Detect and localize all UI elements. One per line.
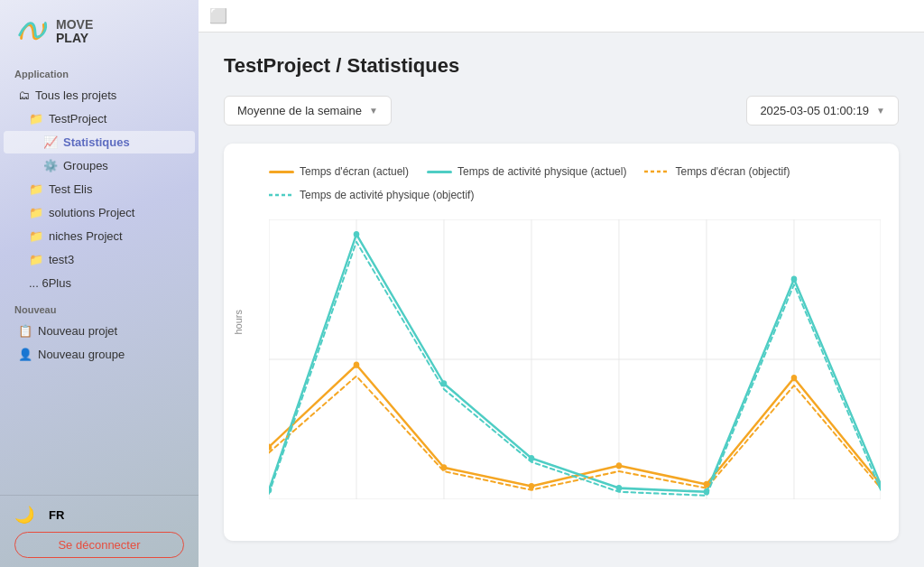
sidebar-item-test3[interactable]: 📁 test3 (4, 248, 195, 271)
legend-item-teal-obj: Temps de activité physique (objectif) (269, 189, 474, 201)
section-nouveau-label: Nouveau (0, 295, 199, 319)
chart-card: Temps d'écran (actuel) Temps de activité… (224, 144, 899, 541)
sidebar-item-testproject[interactable]: 📁 TestProject (4, 107, 195, 130)
group-icon: ⚙️ (43, 159, 58, 172)
line-teal-actual (269, 235, 881, 492)
logo-icon (14, 14, 49, 49)
date-dropdown[interactable]: 2025-03-05 01:00:19 ▼ (746, 96, 899, 125)
panel-toggle-icon[interactable]: ⬜ (209, 7, 227, 24)
folder-icon-5: 📁 (29, 229, 43, 243)
dot-teal-1 (354, 231, 360, 237)
dot-teal-0 (269, 487, 272, 493)
sidebar-item-nouveau-groupe[interactable]: 👤 Nouveau groupe (4, 343, 195, 366)
chart-container: hours (242, 219, 881, 526)
legend-line-orange (269, 171, 294, 173)
sidebar-item-niches-project[interactable]: 📁 niches Project (4, 225, 195, 247)
dot-orange-2 (441, 464, 448, 470)
dot-teal-5 (704, 488, 710, 495)
logo-area: MOVE PLAY (0, 0, 199, 60)
legend-item-orange-actual: Temps d'écran (actuel) (269, 165, 409, 178)
section-app-label: Application (0, 60, 199, 83)
folder-icon-6: 📁 (29, 253, 43, 266)
sidebar-item-nouveau-projet[interactable]: 📋 Nouveau projet (4, 320, 195, 342)
dot-teal-2 (441, 380, 448, 386)
main-area: ⬜ TestProject / Statistiques Moyenne de … (199, 0, 924, 567)
add-group-icon: 👤 (18, 348, 32, 361)
period-dropdown[interactable]: Moyenne de la semaine ▼ (224, 96, 392, 125)
legend-line-teal (427, 171, 452, 173)
folder-icon-4: 📁 (29, 206, 43, 219)
folder-icon-2: 📁 (29, 112, 43, 125)
page-title: TestProject / Statistiques (224, 54, 899, 78)
sidebar-footer: 🌙 FR Se déconnecter (0, 495, 199, 567)
dot-orange-5 (704, 481, 710, 488)
sidebar-nav: Application 🗂 Tous les projets 📁 TestPro… (0, 60, 199, 495)
sidebar-item-more[interactable]: ... 6Plus (4, 272, 195, 294)
chevron-down-icon-2: ▼ (876, 106, 885, 116)
legend-dashed-teal (269, 191, 294, 199)
dot-orange-4 (616, 462, 623, 469)
folder-icon: 🗂 (18, 88, 30, 102)
language-label[interactable]: FR (49, 508, 64, 522)
moon-icon[interactable]: 🌙 (14, 505, 34, 525)
sidebar-item-all-projects[interactable]: 🗂 Tous les projets (4, 84, 195, 107)
topbar: ⬜ (199, 0, 924, 33)
dot-orange-6 (791, 375, 798, 381)
controls-row: Moyenne de la semaine ▼ 2025-03-05 01:00… (224, 96, 899, 125)
legend-dashed-orange (644, 168, 670, 175)
dot-orange-1 (354, 362, 360, 368)
dot-teal-4 (616, 485, 623, 491)
y-axis-label: hours (233, 310, 244, 335)
sidebar: MOVE PLAY Application 🗂 Tous les projets… (0, 0, 199, 567)
dot-orange-3 (529, 483, 535, 489)
logout-button[interactable]: Se déconnecter (14, 532, 184, 558)
chart-legend: Temps d'écran (actuel) Temps de activité… (242, 165, 881, 201)
legend-item-teal-actual: Temps de activité physique (actuel) (427, 165, 626, 178)
sidebar-item-statistiques[interactable]: 📈 Statistiques (4, 131, 195, 153)
line-orange-actual (269, 365, 881, 486)
sidebar-item-solutions-project[interactable]: 📁 solutions Project (4, 201, 195, 224)
chevron-down-icon: ▼ (369, 106, 378, 116)
legend-item-orange-obj: Temps d'écran (objectif) (644, 165, 790, 178)
chart-svg: 0 1 (269, 219, 881, 499)
sidebar-item-groupes[interactable]: ⚙️ Groupes (4, 154, 195, 177)
folder-icon-3: 📁 (29, 182, 43, 196)
dot-teal-6 (791, 276, 798, 283)
add-project-icon: 📋 (18, 324, 32, 338)
footer-controls-row: 🌙 FR (14, 505, 184, 525)
sidebar-item-test-elis[interactable]: 📁 Test Elis (4, 178, 195, 200)
chart-icon: 📈 (43, 135, 58, 149)
chart-svg-wrapper: 0 1 (269, 219, 881, 499)
logo-text: MOVE PLAY (56, 18, 93, 46)
content-area: TestProject / Statistiques Moyenne de la… (199, 33, 924, 567)
dot-teal-3 (529, 455, 535, 461)
